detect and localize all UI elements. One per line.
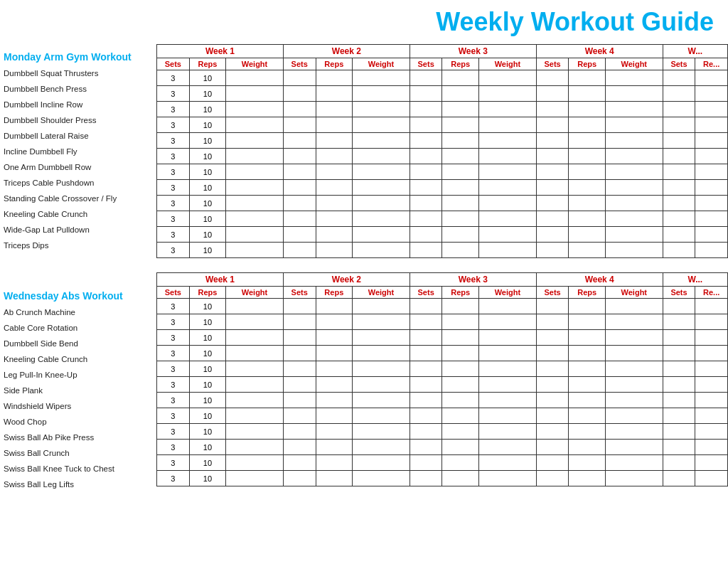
table-cell[interactable] — [353, 196, 410, 211]
table-cell[interactable]: 10 — [189, 102, 226, 117]
table-cell[interactable] — [442, 424, 479, 440]
table-cell[interactable] — [569, 164, 606, 180]
table-cell[interactable] — [605, 393, 663, 408]
table-cell[interactable] — [569, 346, 606, 361]
table-cell[interactable] — [283, 227, 316, 243]
table-cell[interactable] — [569, 330, 606, 346]
table-cell[interactable] — [605, 455, 663, 471]
table-cell[interactable] — [226, 117, 284, 133]
table-cell[interactable] — [442, 377, 479, 393]
table-cell[interactable] — [442, 408, 479, 424]
table-cell[interactable] — [283, 196, 316, 211]
table-cell[interactable] — [605, 424, 663, 440]
table-cell[interactable] — [695, 314, 728, 330]
table-cell[interactable] — [442, 361, 479, 377]
table-cell[interactable] — [353, 440, 410, 455]
table-cell[interactable] — [569, 227, 606, 243]
table-cell[interactable]: 3 — [157, 196, 190, 211]
table-cell[interactable] — [479, 70, 537, 86]
table-cell[interactable] — [569, 440, 606, 455]
table-cell[interactable] — [479, 102, 537, 117]
table-cell[interactable] — [353, 408, 410, 424]
table-cell[interactable]: 3 — [157, 102, 190, 117]
table-cell[interactable] — [695, 164, 728, 180]
table-cell[interactable] — [569, 424, 606, 440]
table-cell[interactable] — [410, 299, 442, 314]
table-cell[interactable]: 3 — [157, 330, 190, 346]
table-cell[interactable] — [283, 86, 316, 102]
table-cell[interactable] — [663, 133, 695, 149]
table-cell[interactable] — [536, 408, 569, 424]
table-cell[interactable] — [316, 133, 353, 149]
table-cell[interactable] — [695, 70, 728, 86]
table-cell[interactable] — [605, 299, 663, 314]
table-cell[interactable]: 10 — [189, 361, 226, 377]
table-cell[interactable]: 10 — [189, 314, 226, 330]
table-cell[interactable] — [605, 408, 663, 424]
table-cell[interactable] — [442, 70, 479, 86]
table-cell[interactable] — [663, 471, 695, 486]
table-cell[interactable]: 10 — [189, 164, 226, 180]
table-cell[interactable] — [316, 211, 353, 227]
table-cell[interactable] — [479, 299, 537, 314]
table-cell[interactable] — [283, 299, 316, 314]
table-cell[interactable] — [569, 180, 606, 196]
table-cell[interactable] — [283, 117, 316, 133]
table-cell[interactable] — [569, 133, 606, 149]
table-cell[interactable] — [605, 102, 663, 117]
table-cell[interactable] — [569, 211, 606, 227]
table-cell[interactable] — [353, 149, 410, 164]
table-cell[interactable]: 10 — [189, 299, 226, 314]
table-cell[interactable]: 10 — [189, 117, 226, 133]
table-cell[interactable] — [695, 440, 728, 455]
table-cell[interactable]: 3 — [157, 424, 190, 440]
table-cell[interactable]: 3 — [157, 455, 190, 471]
table-cell[interactable] — [410, 314, 442, 330]
table-cell[interactable] — [605, 361, 663, 377]
table-cell[interactable] — [442, 346, 479, 361]
table-cell[interactable] — [442, 164, 479, 180]
table-cell[interactable] — [695, 211, 728, 227]
table-cell[interactable] — [316, 299, 353, 314]
table-cell[interactable] — [479, 424, 537, 440]
table-cell[interactable]: 10 — [189, 424, 226, 440]
table-cell[interactable] — [316, 227, 353, 243]
table-cell[interactable] — [605, 86, 663, 102]
table-cell[interactable] — [663, 196, 695, 211]
table-cell[interactable] — [536, 377, 569, 393]
table-cell[interactable] — [695, 408, 728, 424]
table-cell[interactable] — [410, 361, 442, 377]
table-cell[interactable] — [410, 164, 442, 180]
table-cell[interactable] — [410, 149, 442, 164]
table-cell[interactable] — [479, 314, 537, 330]
table-cell[interactable] — [695, 377, 728, 393]
table-cell[interactable] — [663, 102, 695, 117]
table-cell[interactable]: 10 — [189, 471, 226, 486]
table-cell[interactable] — [353, 86, 410, 102]
table-cell[interactable] — [479, 393, 537, 408]
table-cell[interactable] — [353, 211, 410, 227]
table-cell[interactable] — [663, 70, 695, 86]
table-cell[interactable] — [226, 314, 284, 330]
table-cell[interactable] — [353, 424, 410, 440]
table-cell[interactable] — [410, 377, 442, 393]
table-cell[interactable] — [569, 117, 606, 133]
table-cell[interactable] — [479, 117, 537, 133]
table-cell[interactable] — [316, 86, 353, 102]
table-cell[interactable] — [569, 86, 606, 102]
table-cell[interactable]: 3 — [157, 393, 190, 408]
table-cell[interactable] — [536, 471, 569, 486]
table-cell[interactable] — [226, 346, 284, 361]
table-cell[interactable]: 10 — [189, 408, 226, 424]
table-cell[interactable] — [695, 299, 728, 314]
table-cell[interactable] — [353, 299, 410, 314]
table-cell[interactable] — [283, 133, 316, 149]
table-cell[interactable]: 10 — [189, 211, 226, 227]
table-cell[interactable] — [695, 180, 728, 196]
table-cell[interactable]: 3 — [157, 180, 190, 196]
table-cell[interactable] — [536, 346, 569, 361]
table-cell[interactable] — [226, 440, 284, 455]
table-cell[interactable] — [695, 196, 728, 211]
table-cell[interactable] — [442, 149, 479, 164]
table-cell[interactable] — [695, 86, 728, 102]
